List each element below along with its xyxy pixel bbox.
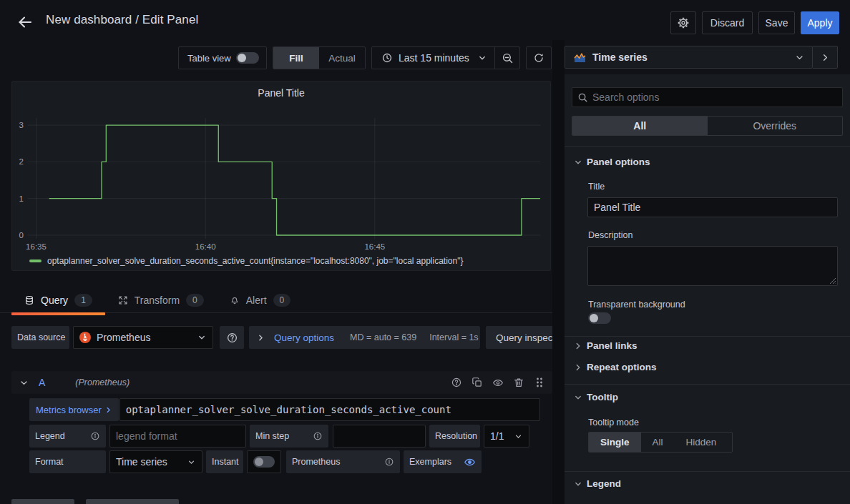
tooltip-section-title: Tooltip [587,392,618,402]
chevron-right-icon [573,341,583,351]
legend-label: Legend [29,425,106,448]
tab-alert-count: 0 [273,294,291,307]
section-divider [565,471,850,472]
options-pane: Time series Search options All Overrides [565,40,850,504]
tooltip-mode-group: Single All Hidden [588,432,733,453]
legend-section-title: Legend [587,478,621,489]
datasource-help-button[interactable] [220,326,244,349]
tooltip-mode-hidden[interactable]: Hidden [675,433,728,452]
visualization-picker[interactable]: Time series [565,46,813,69]
series-name: optaplanner_solver_solve_duration_second… [47,256,463,266]
active-tab-underline [11,312,105,315]
editor-tabs: Query 1 Transform 0 Alert 0 [11,288,303,312]
query-options-label: Query options [274,332,334,343]
legend-format-input[interactable] [109,425,246,448]
instant-toggle-box [247,450,281,473]
search-icon [577,92,588,103]
chevron-down-icon [794,52,805,63]
exemplars-label: Exemplars [404,450,482,473]
transparent-bg-label: Transparent background [588,300,685,310]
chevron-down-icon [573,157,583,167]
chevron-down-icon [573,479,583,489]
chart-legend-item[interactable]: optaplanner_solver_solve_duration_second… [29,256,463,266]
drag-handle-icon[interactable] [534,377,545,388]
tab-transform[interactable]: Transform 0 [105,288,217,312]
tooltip-mode-single[interactable]: Single [589,433,641,452]
add-expression-button[interactable] [86,499,179,504]
chevron-down-icon [197,332,207,342]
header-actions: Discard Save Apply [670,11,839,34]
query-inspector-button[interactable]: Query inspector [486,326,552,349]
tab-transform-count: 0 [186,294,204,307]
panel-title-input[interactable]: Panel Title [587,197,838,217]
svg-text:0: 0 [19,231,24,239]
panel-description-textarea[interactable] [587,246,838,286]
question-circle-icon[interactable] [451,377,462,388]
section-divider [565,146,850,147]
collapse-pane-button[interactable] [813,46,838,69]
format-value: Time series [116,456,167,468]
resize-handle-icon[interactable] [829,277,836,285]
tab-query[interactable]: Query 1 [11,288,105,312]
visualization-name: Time series [592,51,794,63]
transparent-bg-toggle[interactable] [588,312,611,324]
query-row-header[interactable]: A (Prometheus) [11,371,552,394]
panel-options-title: Panel options [587,157,650,167]
resolution-label: Resolution [429,425,480,448]
save-button[interactable]: Save [758,11,795,34]
metrics-browser-button[interactable]: Metrics browser [29,398,119,421]
svg-text:2: 2 [19,157,24,166]
eye-icon[interactable] [492,377,504,388]
chevron-right-icon [573,362,583,372]
tab-query-count: 1 [74,294,92,307]
pane-splitter[interactable] [552,40,565,504]
panel-settings-button[interactable] [670,11,696,34]
panel-links-header[interactable]: Panel links [573,340,638,351]
section-divider [565,336,850,337]
repeat-options-header[interactable]: Repeat options [573,362,657,372]
database-icon [24,295,34,305]
query-options-interval: Interval = 1s [429,332,478,342]
format-select[interactable]: Time series [109,450,202,473]
title-field-label: Title [588,182,605,192]
query-options-toggle[interactable]: Query options MD = auto = 639 Interval =… [249,326,480,349]
back-button[interactable] [14,11,36,33]
resolution-value: 1/1 [490,430,504,442]
timeseries-chart: 012316:3516:4016:45 [12,102,550,252]
datasource-picker[interactable]: Prometheus [73,326,213,349]
page-header: New dashboard / Edit Panel Discard Save … [0,0,850,40]
resolution-select[interactable]: 1/1 [484,425,529,448]
options-search[interactable]: Search options [572,87,843,107]
question-circle-icon [226,332,238,344]
options-tab-overrides[interactable]: Overrides [708,117,843,135]
apply-button[interactable]: Apply [801,11,839,34]
svg-text:3: 3 [19,121,24,129]
options-tab-all[interactable]: All [572,117,708,135]
panel-options-header[interactable]: Panel options [573,157,650,167]
trash-icon[interactable] [513,377,524,388]
query-expression-input[interactable]: optaplanner_solver_solve_duration_second… [119,398,540,421]
section-divider [565,384,850,385]
tab-alert[interactable]: Alert 0 [217,288,303,312]
tooltip-mode-all[interactable]: All [641,433,675,452]
min-step-input[interactable] [333,425,426,448]
add-query-button[interactable] [11,499,74,504]
tab-query-label: Query [41,295,68,306]
page-title: New dashboard / Edit Panel [46,0,198,40]
svg-text:1: 1 [19,194,24,203]
svg-text:16:35: 16:35 [26,242,47,251]
instant-toggle[interactable] [253,456,275,468]
copy-icon[interactable] [472,377,483,388]
legend-section-header[interactable]: Legend [573,478,621,489]
discard-button[interactable]: Discard [702,11,753,34]
legend-options-row: Legend Min step Resolution 1/1 [29,425,529,448]
info-circle-icon [313,431,323,441]
eye-icon[interactable] [464,456,476,468]
tooltip-header[interactable]: Tooltip [573,392,618,402]
query-ref-id[interactable]: A [39,377,45,388]
metrics-browser-label: Metrics browser [36,405,102,415]
info-circle-icon [384,457,394,467]
chevron-down-icon [19,377,29,388]
svg-text:16:45: 16:45 [364,242,385,251]
instant-label: Instant [206,450,243,473]
